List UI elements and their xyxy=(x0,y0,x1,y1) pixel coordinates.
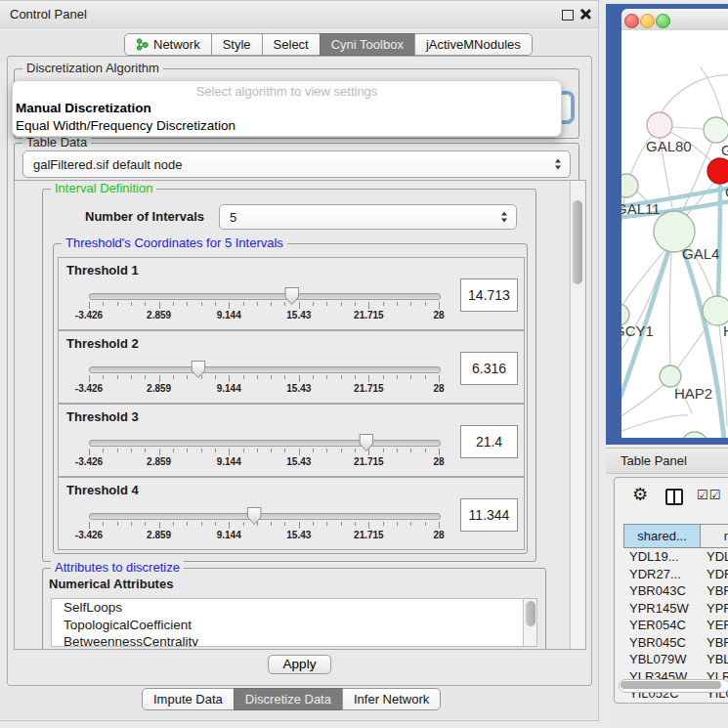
attributes-group: Attributes to discretize Numerical Attri… xyxy=(42,568,546,650)
node-label-gcy1: GCY1 xyxy=(621,322,654,339)
threshold-value-field[interactable]: 11.344 xyxy=(460,498,518,532)
tab-network[interactable]: Network xyxy=(124,33,212,56)
network-edge xyxy=(669,252,671,365)
table-cell: YPR145W xyxy=(623,600,701,618)
threshold-label: Threshold 2 xyxy=(66,336,139,351)
algorithm-option[interactable]: Equal Width/Frequency Discretization xyxy=(13,117,561,135)
slider-tick-labels: -3.4262.8599.14415.4321.71528 xyxy=(89,530,439,541)
attribute-item[interactable]: TopologicalCoefficient xyxy=(52,617,536,634)
node-label-ga: GA xyxy=(721,142,728,158)
scrollbar-thumb[interactable] xyxy=(573,200,582,284)
table-row[interactable]: YER054CYER0 xyxy=(623,617,728,634)
tab-style[interactable]: Style xyxy=(211,33,263,56)
node-label-hap2: HAP2 xyxy=(674,385,712,402)
table-row[interactable]: YDR27...YDR2 xyxy=(623,566,728,583)
network-node[interactable] xyxy=(707,158,728,184)
zoom-traffic-light-icon[interactable] xyxy=(656,14,670,28)
minimize-traffic-light-icon[interactable] xyxy=(640,14,655,28)
table-panel-header: Table Panel xyxy=(606,448,728,474)
table-row[interactable]: YBL079WYBL0 xyxy=(623,651,728,668)
tab-jactivemnodules[interactable]: jActiveMNodules xyxy=(414,33,533,56)
gear-icon[interactable]: ⚙ xyxy=(632,484,648,504)
table-cell: YDL1 xyxy=(701,548,728,566)
threshold-label: Threshold 4 xyxy=(66,483,139,497)
table-row[interactable]: YBR043CYBR0 xyxy=(623,582,728,600)
number-of-intervals-value: 5 xyxy=(230,210,236,225)
tab-cyni-toolbox[interactable]: Cyni Toolbox xyxy=(320,33,415,56)
interval-definition-title: Interval Definition xyxy=(51,181,156,195)
tab-label: Discretize Data xyxy=(245,689,331,709)
threshold-block: Threshold 3-3.4262.8599.14415.4321.71528… xyxy=(58,404,525,477)
scrollbar-thumb[interactable] xyxy=(621,681,721,689)
table-row[interactable]: YPR145WYPR1 xyxy=(623,600,728,618)
column-header-na[interactable]: na xyxy=(700,524,728,548)
split-column-icon[interactable] xyxy=(665,489,683,505)
algorithm-option[interactable]: Manual Discretization xyxy=(13,100,561,117)
network-canvas[interactable]: GAL80GAGAL11CGAL4GCY1HHAP2 xyxy=(621,30,728,438)
attribute-item[interactable]: BetweennessCentrality xyxy=(52,633,536,647)
network-node[interactable] xyxy=(704,117,728,143)
numerical-attributes-list[interactable]: SelfLoopsTopologicalCoefficientBetweenne… xyxy=(51,598,537,647)
network-edge xyxy=(621,251,666,359)
number-of-intervals-combobox[interactable]: 5 xyxy=(219,204,517,230)
table-data-group-title: Table Data xyxy=(22,135,91,150)
control-panel: Control Panel NetworkStyleSelectCyni Too… xyxy=(0,0,599,721)
table-panel: Table Panel ⚙ ☑☑ shared...na YDL19...YDL… xyxy=(606,448,728,728)
node-table: shared...na YDL19...YDL1YDR27...YDR2YBR0… xyxy=(623,524,728,703)
tab-discretize-data[interactable]: Discretize Data xyxy=(234,688,343,710)
float-window-icon[interactable] xyxy=(562,10,574,21)
threshold-value-field[interactable]: 14.713 xyxy=(460,278,518,312)
table-data-combobox[interactable]: galFiltered.sif default node xyxy=(22,150,571,178)
table-row[interactable]: YBR045CYBR0 xyxy=(623,634,728,652)
thresholds-group: Threshold's Coordinates for 5 Intervals … xyxy=(53,243,528,554)
network-edge xyxy=(621,384,664,419)
tab-label: Impute Data xyxy=(153,689,223,709)
node-label-gal80: GAL80 xyxy=(646,138,692,154)
network-edge xyxy=(683,251,722,438)
checkbox-icons[interactable]: ☑☑ xyxy=(697,488,721,502)
threshold-slider-track[interactable] xyxy=(89,513,441,520)
tab-impute-data[interactable]: Impute Data xyxy=(142,688,235,710)
table-cell: YER0 xyxy=(701,617,728,634)
close-traffic-light-icon[interactable] xyxy=(624,14,639,28)
tab-infer-network[interactable]: Infer Network xyxy=(342,688,441,710)
screenshot-root: Control Panel NetworkStyleSelectCyni Too… xyxy=(0,0,728,728)
discretization-algorithm-group-title: Discretization Algorithm xyxy=(22,61,163,75)
attribute-item[interactable]: SelfLoops xyxy=(52,599,536,617)
control-panel-titlebar: Control Panel xyxy=(0,1,598,28)
threshold-value-field[interactable]: 21.4 xyxy=(460,425,518,458)
network-window-titlebar[interactable] xyxy=(621,9,728,31)
table-cell: YBR0 xyxy=(701,634,728,652)
slider-tick-labels: -3.4262.8599.14415.4321.71528 xyxy=(89,310,439,321)
column-header-shared-[interactable]: shared... xyxy=(623,524,701,548)
threshold-slider-track[interactable] xyxy=(89,366,441,373)
table-cell: YDR27... xyxy=(623,566,701,583)
table-horizontal-scrollbar[interactable] xyxy=(619,679,728,693)
table-data-group: Table Data galFiltered.sif default node xyxy=(14,143,579,185)
network-node[interactable] xyxy=(681,432,708,438)
network-node[interactable] xyxy=(647,112,672,138)
settings-vertical-scrollbar[interactable] xyxy=(570,181,585,649)
close-icon[interactable] xyxy=(579,8,592,21)
network-node[interactable] xyxy=(703,296,728,325)
settings-scrollpane: Interval Definition Number of Intervals … xyxy=(14,180,586,650)
threshold-value-field[interactable]: 6.316 xyxy=(460,352,518,385)
apply-button[interactable]: Apply xyxy=(268,655,332,674)
threshold-slider-track[interactable] xyxy=(89,440,441,447)
slider-tick-labels: -3.4262.8599.14415.4321.71528 xyxy=(89,383,439,395)
threshold-block: Threshold 2-3.4262.8599.14415.4321.71528… xyxy=(58,330,525,404)
network-node[interactable] xyxy=(660,365,681,387)
network-graph: GAL80GAGAL11CGAL4GCY1HHAP2 xyxy=(621,30,728,438)
scrollbar-thumb[interactable] xyxy=(526,601,535,626)
attributes-group-title: Attributes to discretize xyxy=(51,560,184,575)
table-row[interactable]: YDL19...YDL1 xyxy=(623,548,728,566)
tab-select[interactable]: Select xyxy=(262,33,321,56)
network-view-window: GAL80GAGAL11CGAL4GCY1HHAP2 xyxy=(606,4,728,445)
table-cell: YDL19... xyxy=(623,548,701,566)
network-node[interactable] xyxy=(621,174,638,197)
network-edge xyxy=(672,127,704,129)
attributes-list-scrollbar[interactable] xyxy=(523,599,536,646)
thresholds-group-title: Threshold's Coordinates for 5 Intervals xyxy=(62,236,287,250)
interval-definition-group: Interval Definition Number of Intervals … xyxy=(42,189,536,562)
threshold-slider-track[interactable] xyxy=(89,293,441,300)
